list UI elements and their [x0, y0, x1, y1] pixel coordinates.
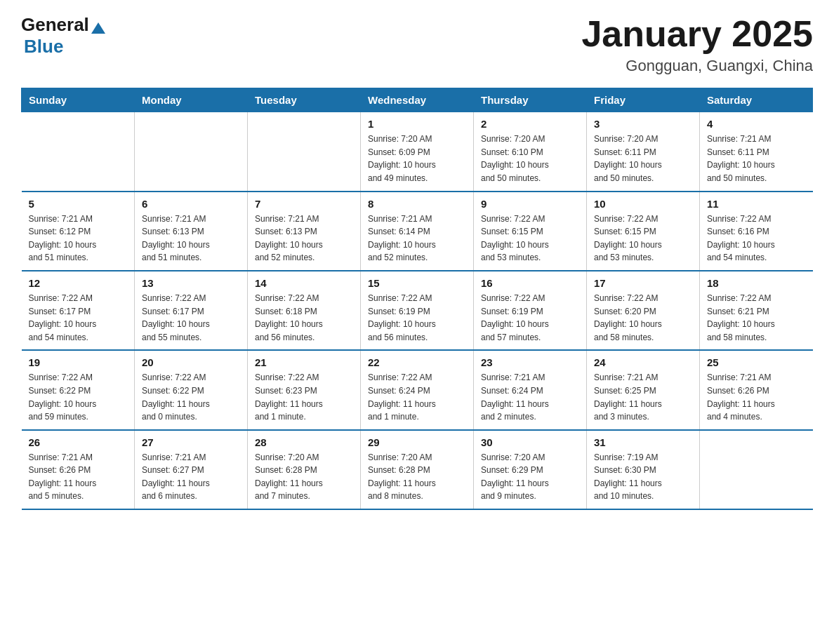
calendar-week-row: 12Sunrise: 7:22 AM Sunset: 6:17 PM Dayli… [22, 271, 813, 350]
table-row [248, 112, 361, 192]
day-info: Sunrise: 7:22 AM Sunset: 6:15 PM Dayligh… [481, 213, 579, 264]
day-number: 13 [142, 277, 240, 289]
day-info: Sunrise: 7:21 AM Sunset: 6:12 PM Dayligh… [29, 213, 128, 264]
calendar-week-row: 1Sunrise: 7:20 AM Sunset: 6:09 PM Daylig… [22, 112, 813, 192]
day-info: Sunrise: 7:22 AM Sunset: 6:17 PM Dayligh… [29, 292, 128, 344]
day-info: Sunrise: 7:22 AM Sunset: 6:23 PM Dayligh… [255, 371, 353, 423]
day-info: Sunrise: 7:20 AM Sunset: 6:10 PM Dayligh… [481, 133, 579, 185]
day-info: Sunrise: 7:21 AM Sunset: 6:24 PM Dayligh… [481, 371, 579, 423]
table-row: 10Sunrise: 7:22 AM Sunset: 6:15 PM Dayli… [587, 192, 700, 271]
day-info: Sunrise: 7:21 AM Sunset: 6:13 PM Dayligh… [142, 213, 240, 264]
day-number: 22 [368, 356, 466, 368]
table-row [700, 430, 813, 509]
day-info: Sunrise: 7:21 AM Sunset: 6:26 PM Dayligh… [29, 451, 128, 503]
table-row: 16Sunrise: 7:22 AM Sunset: 6:19 PM Dayli… [474, 271, 587, 350]
day-number: 17 [594, 277, 692, 289]
logo: General Blue [21, 14, 105, 58]
day-number: 28 [255, 436, 353, 448]
col-friday: Friday [587, 88, 700, 112]
day-info: Sunrise: 7:21 AM Sunset: 6:14 PM Dayligh… [368, 213, 466, 264]
day-info: Sunrise: 7:20 AM Sunset: 6:28 PM Dayligh… [255, 451, 353, 503]
day-number: 14 [255, 277, 353, 289]
table-row: 2Sunrise: 7:20 AM Sunset: 6:10 PM Daylig… [474, 112, 587, 192]
day-info: Sunrise: 7:22 AM Sunset: 6:17 PM Dayligh… [142, 292, 240, 344]
day-number: 1 [368, 118, 466, 130]
table-row [135, 112, 248, 192]
day-number: 4 [707, 118, 806, 130]
day-info: Sunrise: 7:22 AM Sunset: 6:21 PM Dayligh… [707, 292, 806, 344]
col-wednesday: Wednesday [361, 88, 474, 112]
calendar-week-row: 26Sunrise: 7:21 AM Sunset: 6:26 PM Dayli… [22, 430, 813, 509]
month-title: January 2025 [581, 14, 813, 54]
day-info: Sunrise: 7:22 AM Sunset: 6:15 PM Dayligh… [594, 213, 692, 264]
day-number: 3 [594, 118, 692, 130]
col-sunday: Sunday [22, 88, 135, 112]
day-number: 29 [368, 436, 466, 448]
day-number: 15 [368, 277, 466, 289]
day-info: Sunrise: 7:20 AM Sunset: 6:28 PM Dayligh… [368, 451, 466, 503]
table-row: 6Sunrise: 7:21 AM Sunset: 6:13 PM Daylig… [135, 192, 248, 271]
table-row: 22Sunrise: 7:22 AM Sunset: 6:24 PM Dayli… [361, 350, 474, 429]
day-number: 8 [368, 198, 466, 210]
table-row [22, 112, 135, 192]
table-row: 15Sunrise: 7:22 AM Sunset: 6:19 PM Dayli… [361, 271, 474, 350]
day-number: 10 [594, 198, 692, 210]
day-info: Sunrise: 7:22 AM Sunset: 6:18 PM Dayligh… [255, 292, 353, 344]
day-number: 24 [594, 356, 692, 368]
day-number: 21 [255, 356, 353, 368]
location-title: Gongguan, Guangxi, China [581, 57, 813, 75]
calendar-header-row: Sunday Monday Tuesday Wednesday Thursday… [22, 88, 813, 112]
day-info: Sunrise: 7:22 AM Sunset: 6:20 PM Dayligh… [594, 292, 692, 344]
day-info: Sunrise: 7:21 AM Sunset: 6:27 PM Dayligh… [142, 451, 240, 503]
day-info: Sunrise: 7:22 AM Sunset: 6:22 PM Dayligh… [29, 371, 128, 423]
day-info: Sunrise: 7:21 AM Sunset: 6:11 PM Dayligh… [707, 133, 806, 185]
day-number: 5 [29, 198, 128, 210]
day-info: Sunrise: 7:20 AM Sunset: 6:09 PM Dayligh… [368, 133, 466, 185]
day-number: 20 [142, 356, 240, 368]
page-header: General Blue January 2025 Gongguan, Guan… [21, 14, 813, 75]
table-row: 4Sunrise: 7:21 AM Sunset: 6:11 PM Daylig… [700, 112, 813, 192]
day-number: 12 [29, 277, 128, 289]
day-info: Sunrise: 7:22 AM Sunset: 6:19 PM Dayligh… [368, 292, 466, 344]
calendar-table: Sunday Monday Tuesday Wednesday Thursday… [21, 88, 813, 510]
logo-triangle-icon [91, 22, 105, 34]
table-row: 20Sunrise: 7:22 AM Sunset: 6:22 PM Dayli… [135, 350, 248, 429]
day-info: Sunrise: 7:19 AM Sunset: 6:30 PM Dayligh… [594, 451, 692, 503]
table-row: 29Sunrise: 7:20 AM Sunset: 6:28 PM Dayli… [361, 430, 474, 509]
title-block: January 2025 Gongguan, Guangxi, China [581, 14, 813, 75]
table-row: 18Sunrise: 7:22 AM Sunset: 6:21 PM Dayli… [700, 271, 813, 350]
day-number: 23 [481, 356, 579, 368]
table-row: 5Sunrise: 7:21 AM Sunset: 6:12 PM Daylig… [22, 192, 135, 271]
col-saturday: Saturday [700, 88, 813, 112]
day-number: 2 [481, 118, 579, 130]
logo-general-text: General [21, 14, 89, 36]
day-number: 31 [594, 436, 692, 448]
day-number: 11 [707, 198, 806, 210]
table-row: 14Sunrise: 7:22 AM Sunset: 6:18 PM Dayli… [248, 271, 361, 350]
table-row: 8Sunrise: 7:21 AM Sunset: 6:14 PM Daylig… [361, 192, 474, 271]
table-row: 7Sunrise: 7:21 AM Sunset: 6:13 PM Daylig… [248, 192, 361, 271]
table-row: 25Sunrise: 7:21 AM Sunset: 6:26 PM Dayli… [700, 350, 813, 429]
table-row: 30Sunrise: 7:20 AM Sunset: 6:29 PM Dayli… [474, 430, 587, 509]
day-info: Sunrise: 7:22 AM Sunset: 6:22 PM Dayligh… [142, 371, 240, 423]
day-number: 18 [707, 277, 806, 289]
day-info: Sunrise: 7:22 AM Sunset: 6:24 PM Dayligh… [368, 371, 466, 423]
col-monday: Monday [135, 88, 248, 112]
day-info: Sunrise: 7:22 AM Sunset: 6:19 PM Dayligh… [481, 292, 579, 344]
day-info: Sunrise: 7:21 AM Sunset: 6:25 PM Dayligh… [594, 371, 692, 423]
table-row: 31Sunrise: 7:19 AM Sunset: 6:30 PM Dayli… [587, 430, 700, 509]
day-number: 26 [29, 436, 128, 448]
day-number: 30 [481, 436, 579, 448]
table-row: 27Sunrise: 7:21 AM Sunset: 6:27 PM Dayli… [135, 430, 248, 509]
table-row: 21Sunrise: 7:22 AM Sunset: 6:23 PM Dayli… [248, 350, 361, 429]
day-number: 19 [29, 356, 128, 368]
day-number: 9 [481, 198, 579, 210]
calendar-week-row: 19Sunrise: 7:22 AM Sunset: 6:22 PM Dayli… [22, 350, 813, 429]
table-row: 23Sunrise: 7:21 AM Sunset: 6:24 PM Dayli… [474, 350, 587, 429]
day-number: 16 [481, 277, 579, 289]
table-row: 26Sunrise: 7:21 AM Sunset: 6:26 PM Dayli… [22, 430, 135, 509]
table-row: 17Sunrise: 7:22 AM Sunset: 6:20 PM Dayli… [587, 271, 700, 350]
calendar-week-row: 5Sunrise: 7:21 AM Sunset: 6:12 PM Daylig… [22, 192, 813, 271]
table-row: 12Sunrise: 7:22 AM Sunset: 6:17 PM Dayli… [22, 271, 135, 350]
day-info: Sunrise: 7:21 AM Sunset: 6:26 PM Dayligh… [707, 371, 806, 423]
